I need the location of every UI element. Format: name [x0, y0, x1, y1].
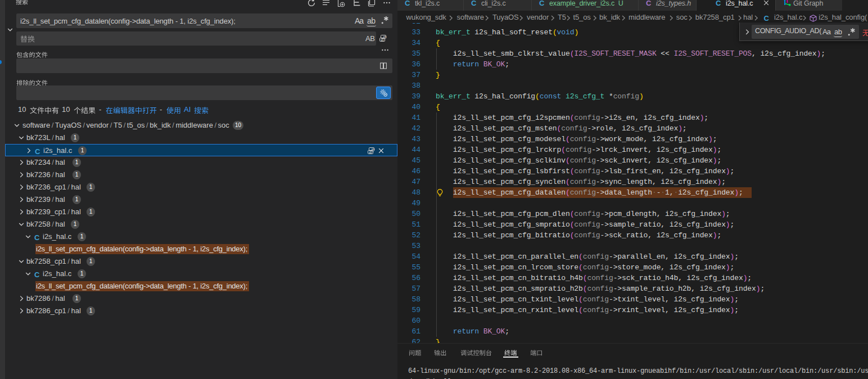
svg-text:ab: ab	[369, 151, 372, 154]
svg-text:ab: ab	[381, 38, 384, 42]
svg-text:ab: ab	[372, 147, 375, 151]
svg-text:ab: ab	[383, 35, 387, 38]
